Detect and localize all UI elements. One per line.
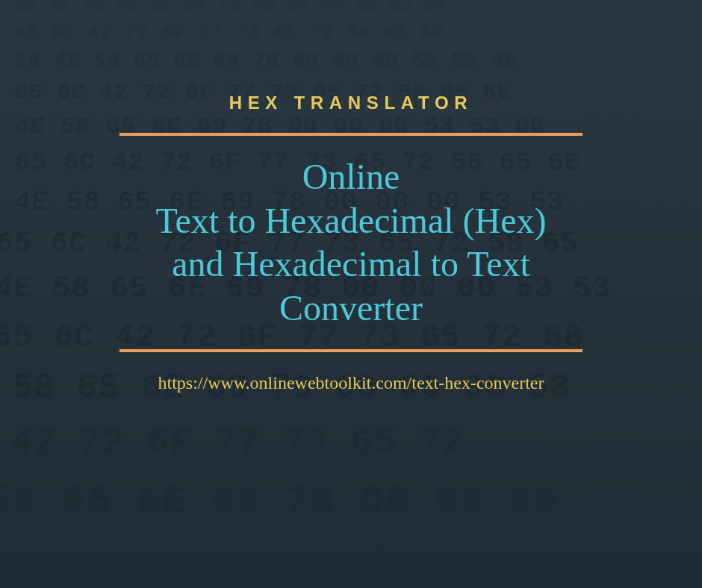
divider-top: [119, 133, 583, 136]
source-url: https://www.onlinewebtoolkit.com/text-he…: [158, 373, 544, 393]
main-title: Online Text to Hexadecimal (Hex) and Hex…: [155, 155, 546, 330]
content: HEX TRANSLATOR Online Text to Hexadecima…: [0, 0, 702, 588]
category-label: HEX TRANSLATOR: [229, 93, 473, 113]
divider-bottom: [119, 349, 583, 352]
